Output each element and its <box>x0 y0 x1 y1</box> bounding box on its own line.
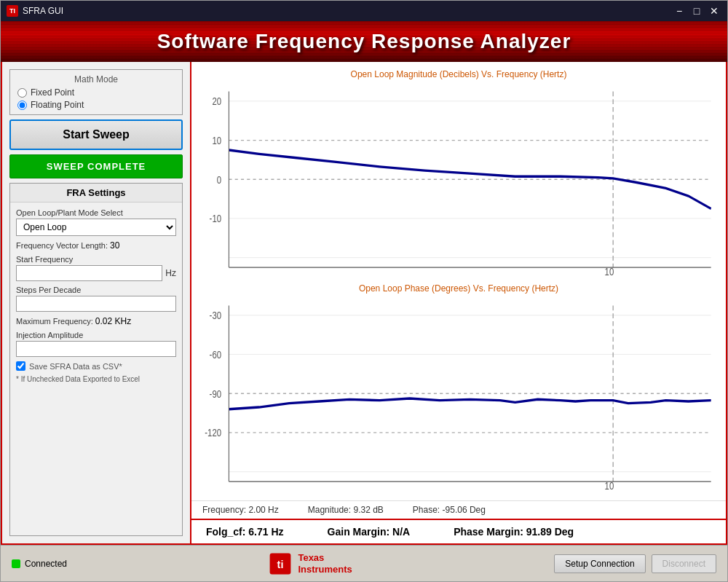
fixed-point-label: Fixed Point <box>31 87 74 98</box>
magnitude-chart-svg: 20 10 0 -10 10 <box>199 82 719 278</box>
start-freq-unit: Hz <box>165 268 176 278</box>
ti-line2: Instruments <box>298 564 352 575</box>
disconnect-button[interactable]: Disconnect <box>652 554 716 573</box>
maximize-button[interactable]: □ <box>689 4 704 18</box>
connection-status: Connected <box>12 559 67 569</box>
math-mode-radio-group: Fixed Point Floating Point <box>17 87 175 110</box>
freq-vector-row: Frequency Vector Length: 30 <box>16 240 176 251</box>
footer-right: Setup Connection Disconnect <box>554 554 716 573</box>
floating-point-label: Floating Point <box>31 100 84 110</box>
phase-value: -95.06 Deg <box>443 505 486 515</box>
magnitude-label: Magnitude: <box>308 505 354 515</box>
floating-point-radio[interactable] <box>17 101 27 110</box>
phase-chart-svg: -30 -60 -90 -120 10 <box>199 296 719 492</box>
start-freq-group: Start Frequency 2.0000 Hz <box>16 255 176 281</box>
footer-left: Connected <box>12 559 67 569</box>
mode-select-label: Open Loop/Plant Mode Select <box>16 208 176 217</box>
sweep-complete-indicator: SWEEP COMPLETE <box>9 154 183 178</box>
setup-connection-button[interactable]: Setup Connection <box>554 554 645 573</box>
frequency-value: 2.00 Hz <box>248 505 278 515</box>
metrics-bar: Folg_cf: 6.71 Hz Gain Margin: N/A Phase … <box>191 519 726 543</box>
ti-logo-text: Texas Instruments <box>298 552 352 575</box>
fra-settings-content: Open Loop/Plant Mode Select Open Loop Fr… <box>10 202 182 389</box>
max-freq-value: 0.02 KHz <box>95 316 131 326</box>
right-panel: Open Loop Magnitude (Decibels) Vs. Frequ… <box>191 62 726 543</box>
start-freq-input[interactable]: 2.0000 <box>16 265 162 281</box>
floating-point-option[interactable]: Floating Point <box>17 100 175 110</box>
app-icon: TI <box>7 5 18 17</box>
gain-margin-metric: Gain Margin: N/A <box>328 526 411 538</box>
title-bar: TI SFRA GUI − □ ✕ <box>1 1 727 21</box>
phase-label: Phase: <box>413 505 443 515</box>
max-freq-row: Maximum Frequency: 0.02 KHz <box>16 316 176 326</box>
math-mode-box: Math Mode Fixed Point Floating Point <box>9 69 183 115</box>
left-panel: Math Mode Fixed Point Floating Point Sta… <box>2 62 191 543</box>
start-sweep-button[interactable]: Start Sweep <box>9 119 183 150</box>
save-csv-checkbox[interactable] <box>16 361 25 371</box>
app-title: Software Frequency Response Analyzer <box>15 30 713 53</box>
magnitude-value: 9.32 dB <box>353 505 383 515</box>
ti-logo-svg: ti <box>269 552 292 575</box>
svg-text:-90: -90 <box>210 388 221 400</box>
chart-info-bar: Frequency: 2.00 Hz Magnitude: 9.32 dB Ph… <box>191 500 726 519</box>
math-mode-title: Math Mode <box>17 74 175 84</box>
save-csv-label: Save SFRA Data as CSV* <box>29 362 122 371</box>
fra-settings-box: FRA Settings Open Loop/Plant Mode Select… <box>9 183 183 536</box>
svg-text:ti: ti <box>277 558 284 570</box>
frequency-label: Frequency: <box>202 505 248 515</box>
injection-group: Injection Amplitude .0030 <box>16 331 176 357</box>
injection-label: Injection Amplitude <box>16 331 176 339</box>
status-dot-green <box>12 559 20 568</box>
close-button[interactable]: ✕ <box>707 4 721 18</box>
svg-text:-30: -30 <box>210 309 221 321</box>
folg-metric: Folg_cf: 6.71 Hz <box>206 526 284 538</box>
charts-area: Open Loop Magnitude (Decibels) Vs. Frequ… <box>191 62 726 500</box>
max-freq-label: Maximum Frequency: <box>16 317 95 326</box>
svg-text:0: 0 <box>217 173 221 186</box>
status-label: Connected <box>25 559 67 569</box>
svg-text:20: 20 <box>212 95 221 108</box>
save-checkbox-row[interactable]: Save SFRA Data as CSV* <box>16 361 176 371</box>
ti-line1: Texas <box>298 552 352 564</box>
magnitude-chart-title: Open Loop Magnitude (Decibels) Vs. Frequ… <box>199 69 719 79</box>
magnitude-chart-container: Open Loop Magnitude (Decibels) Vs. Frequ… <box>199 69 719 280</box>
footer: Connected ti Texas Instruments Setup Con… <box>1 545 727 581</box>
magnitude-info: Magnitude: 9.32 dB <box>308 505 384 515</box>
freq-vector-value: 30 <box>110 240 119 251</box>
svg-text:-120: -120 <box>205 426 221 439</box>
window-title: SFRA GUI <box>23 6 672 16</box>
svg-text:-60: -60 <box>210 348 221 361</box>
fra-settings-title: FRA Settings <box>10 184 182 202</box>
svg-text:10: 10 <box>212 134 221 146</box>
window-controls: − □ ✕ <box>672 4 721 18</box>
phase-chart-title: Open Loop Phase (Degrees) Vs. Frequency … <box>199 283 719 294</box>
steps-group: Steps Per Decade 30 <box>16 286 176 312</box>
mode-select[interactable]: Open Loop <box>16 219 176 236</box>
injection-input[interactable]: .0030 <box>16 341 176 357</box>
fixed-point-option[interactable]: Fixed Point <box>17 87 175 98</box>
start-freq-inline: 2.0000 Hz <box>16 265 176 281</box>
header-banner: Software Frequency Response Analyzer <box>1 21 727 62</box>
fixed-point-radio[interactable] <box>17 88 27 98</box>
steps-label: Steps Per Decade <box>16 286 176 294</box>
freq-vector-label: Frequency Vector Length: <box>16 241 110 250</box>
mode-select-group: Open Loop/Plant Mode Select Open Loop <box>16 208 176 236</box>
phase-margin-metric: Phase Margin: 91.89 Deg <box>454 526 574 538</box>
minimize-button[interactable]: − <box>672 4 687 18</box>
start-freq-label: Start Frequency <box>16 255 176 264</box>
steps-input[interactable]: 30 <box>16 296 176 312</box>
svg-text:-10: -10 <box>210 213 221 225</box>
main-window: TI SFRA GUI − □ ✕ Software Frequency Res… <box>0 0 728 582</box>
frequency-info: Frequency: 2.00 Hz <box>202 505 279 515</box>
save-note: * If Unchecked Data Exported to Excel <box>16 375 176 383</box>
ti-logo: ti Texas Instruments <box>269 552 352 575</box>
phase-chart-container: Open Loop Phase (Degrees) Vs. Frequency … <box>199 283 719 494</box>
phase-info: Phase: -95.06 Deg <box>413 505 486 515</box>
main-content: Math Mode Fixed Point Floating Point Sta… <box>1 62 727 545</box>
